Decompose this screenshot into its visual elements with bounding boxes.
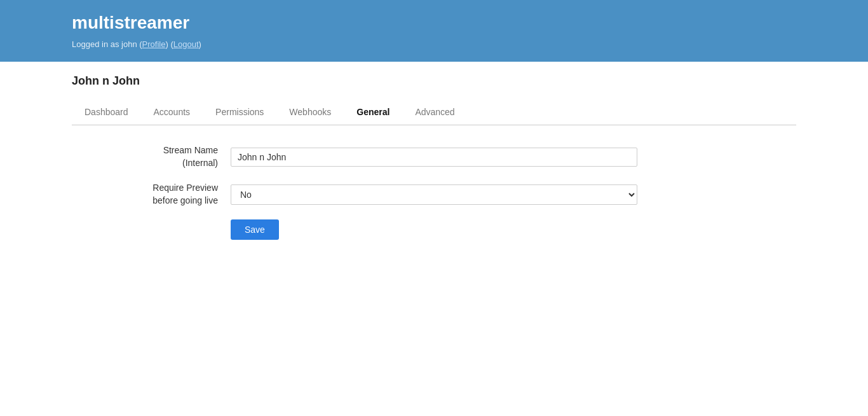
tab-dashboard[interactable]: Dashboard [72,101,141,125]
save-button[interactable]: Save [231,219,279,240]
tab-webhooks[interactable]: Webhooks [276,101,344,125]
profile-link[interactable]: Profile [142,39,166,49]
page-title: John n John [72,74,796,88]
save-row: Save [231,219,796,240]
tab-accounts[interactable]: Accounts [141,101,203,125]
require-preview-select[interactable]: No Yes [231,184,637,205]
logout-link[interactable]: Logout [173,39,199,49]
require-preview-label: Require Previewbefore going live [91,182,218,207]
form-section: Stream Name(Internal) Require Previewbef… [91,144,796,240]
tab-general[interactable]: General [344,101,402,125]
stream-name-row: Stream Name(Internal) [91,144,796,169]
logged-in-text: Logged in as john [72,39,139,49]
header: multistreamer Logged in as john (Profile… [0,0,868,62]
tab-navigation: Dashboard Accounts Permissions Webhooks … [72,101,796,125]
app-title: multistreamer [72,13,796,33]
stream-name-label: Stream Name(Internal) [91,144,218,169]
tab-permissions[interactable]: Permissions [203,101,276,125]
header-subtitle: Logged in as john (Profile) (Logout) [72,39,796,49]
stream-name-input[interactable] [231,148,637,167]
tab-advanced[interactable]: Advanced [402,101,467,125]
require-preview-row: Require Previewbefore going live No Yes [91,182,796,207]
main-content: John n John Dashboard Accounts Permissio… [53,62,815,253]
